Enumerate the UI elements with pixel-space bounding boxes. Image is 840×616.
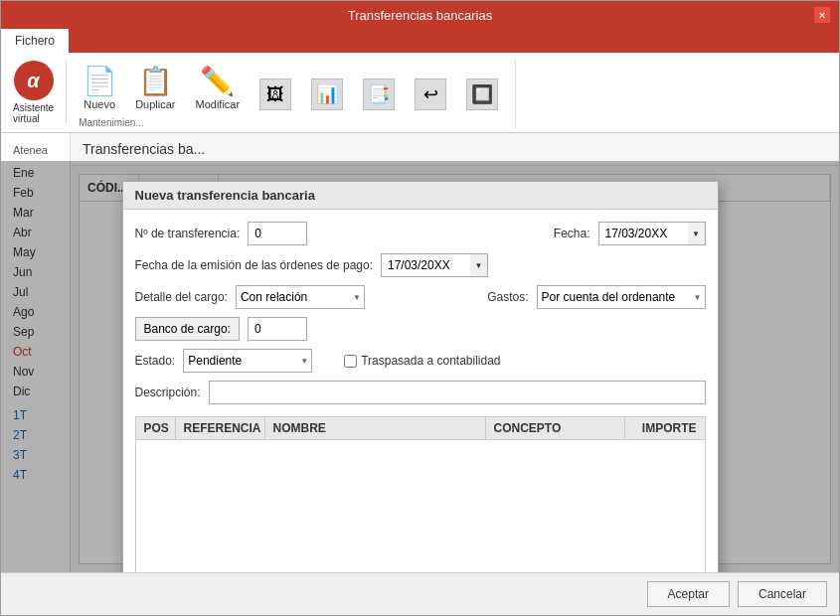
row-estado: Estado: Pendiente Emitida Contabilizada … <box>135 349 706 373</box>
row-emision: Fecha de la emisión de las órdenes de pa… <box>135 253 706 277</box>
emision-field: ▼ <box>381 253 488 277</box>
tab-fichero[interactable]: Fichero <box>1 29 69 53</box>
row-numero-fecha: Nº de transferencia: Fecha: ▼ <box>135 222 706 245</box>
new-transfer-dialog: Nueva transferencia bancaria Nº de trans… <box>122 181 719 572</box>
numero-input[interactable] <box>248 222 307 245</box>
fecha-field: ▼ <box>598 222 706 245</box>
emision-calendar-button[interactable]: ▼ <box>470 253 488 277</box>
gastos-select-wrap: Por cuenta del ordenante Compartidos Por… <box>537 285 706 309</box>
extra-button-2[interactable]: 📊 <box>302 74 352 115</box>
close-button[interactable]: × <box>813 6 831 24</box>
extra-button-3[interactable]: 📑 <box>354 74 404 115</box>
ribbon-content: α Asistentevirtual 📄 Nuevo 📋 Duplicar <box>1 53 839 132</box>
ribbon: Fichero α Asistentevirtual 📄 Nuevo <box>1 29 839 133</box>
estado-select-wrap: Pendiente Emitida Contabilizada <box>183 349 312 373</box>
numero-label: Nº de transferencia: <box>135 227 241 240</box>
group-label: Mantenimien... <box>75 117 144 128</box>
window-title: Transferencias bancarias <box>27 8 813 23</box>
extra-icon-3: 📑 <box>363 78 395 110</box>
aceptar-button[interactable]: Aceptar <box>647 581 730 607</box>
th-nombre: NOMBRE <box>265 417 486 439</box>
extra-icon-4: ↩ <box>415 78 446 110</box>
fecha-input[interactable] <box>598 222 688 245</box>
detalle-select[interactable]: Con relación Sin relación <box>236 285 365 309</box>
banco-button[interactable]: Banco de cargo: <box>135 317 240 341</box>
descripcion-input[interactable] <box>209 381 706 404</box>
emision-label: Fecha de la emisión de las órdenes de pa… <box>135 258 374 272</box>
th-concepto: CONCEPTO <box>486 417 625 439</box>
bottom-actions: Aceptar Cancelar <box>1 572 839 615</box>
nuevo-label: Nuevo <box>84 98 115 110</box>
dialog-overlay: Nueva transferencia bancaria Nº de trans… <box>1 161 839 572</box>
cancelar-button[interactable]: Cancelar <box>738 581 827 607</box>
th-importe: IMPORTE <box>625 417 705 439</box>
ribbon-group-mantenimiento: 📄 Nuevo 📋 Duplicar ✏️ Modificar 🖼 <box>75 60 516 128</box>
emision-input[interactable] <box>381 253 470 277</box>
fecha-calendar-button[interactable]: ▼ <box>688 222 706 245</box>
logo-button[interactable]: α Asistentevirtual <box>9 57 58 128</box>
ribbon-tabs: Fichero <box>1 29 839 53</box>
dialog-body: Nº de transferencia: Fecha: ▼ Fecha de l… <box>123 210 718 572</box>
title-bar: Transferencias bancarias × <box>1 1 839 29</box>
banco-input[interactable] <box>248 317 307 341</box>
duplicar-label: Duplicar <box>135 98 175 110</box>
gastos-label: Gastos: <box>487 290 528 304</box>
modificar-icon: ✏️ <box>202 65 234 96</box>
detalle-label: Detalle del cargo: <box>135 290 228 304</box>
traspasada-wrap: Traspasada a contabilidad <box>344 354 500 368</box>
logo-icon: α <box>14 61 54 100</box>
duplicar-icon: 📋 <box>139 65 171 96</box>
detalle-select-wrap: Con relación Sin relación <box>236 285 365 309</box>
dialog-table-header: POS REFERENCIA NOMBRE CONCEPTO IMPORTE <box>136 417 705 440</box>
descripcion-label: Descripción: <box>135 385 201 399</box>
modificar-button[interactable]: ✏️ Modificar <box>187 60 250 115</box>
traspasada-checkbox[interactable] <box>344 355 357 368</box>
dialog-table-body <box>136 440 705 572</box>
row-banco: Banco de cargo: <box>135 317 706 341</box>
row-descripcion: Descripción: <box>135 381 706 404</box>
extra-icon-5: 🔲 <box>466 78 498 110</box>
modificar-label: Modificar <box>196 98 241 110</box>
dialog-table: POS REFERENCIA NOMBRE CONCEPTO IMPORTE <box>135 416 706 572</box>
estado-select[interactable]: Pendiente Emitida Contabilizada <box>183 349 312 373</box>
nuevo-button[interactable]: 📄 Nuevo <box>75 60 124 115</box>
estado-label: Estado: <box>135 354 176 368</box>
nuevo-icon: 📄 <box>84 65 115 96</box>
extra-icon-1: 🖼 <box>259 78 291 110</box>
extra-button-5[interactable]: 🔲 <box>457 74 507 115</box>
traspasada-label: Traspasada a contabilidad <box>361 354 500 368</box>
extra-button-4[interactable]: ↩ <box>406 74 455 115</box>
th-pos: POS <box>136 417 176 439</box>
fecha-label: Fecha: <box>554 227 590 240</box>
th-referencia: REFERENCIA <box>176 417 265 439</box>
logo-label: Asistentevirtual <box>13 102 54 124</box>
gastos-select[interactable]: Por cuenta del ordenante Compartidos Por… <box>537 285 706 309</box>
atenea-label: Atenea <box>1 141 70 159</box>
extra-icon-2: 📊 <box>311 78 343 110</box>
extra-button-1[interactable]: 🖼 <box>251 74 300 115</box>
duplicar-button[interactable]: 📋 Duplicar <box>126 60 184 115</box>
row-detalle-gastos: Detalle del cargo: Con relación Sin rela… <box>135 285 706 309</box>
dialog-title: Nueva transferencia bancaria <box>123 182 718 210</box>
